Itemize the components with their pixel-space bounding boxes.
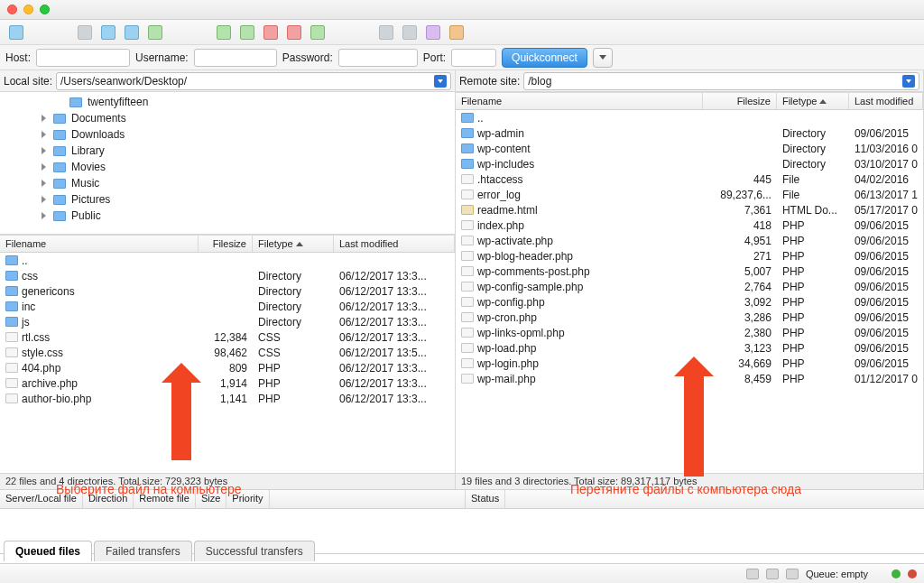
file-row[interactable]: wp-load.php3,123PHP09/06/2015 (456, 340, 923, 356)
tree-item[interactable]: Documents (0, 110, 455, 126)
search-icon[interactable] (402, 25, 417, 40)
host-input[interactable] (36, 49, 130, 67)
col-filetype[interactable]: Filetype (777, 93, 849, 109)
file-type: PHP (777, 219, 849, 232)
col-filename[interactable]: Filename (0, 236, 199, 252)
file-row[interactable]: wp-cron.php3,286PHP09/06/2015 (456, 310, 923, 325)
disclosure-triangle-icon[interactable] (42, 196, 46, 203)
file-row[interactable]: .. (0, 253, 455, 268)
binoculars-icon[interactable] (449, 25, 464, 40)
file-type: PHP (777, 250, 849, 263)
password-input[interactable] (338, 49, 418, 67)
toggle-tree-icon[interactable] (101, 25, 116, 40)
disclosure-triangle-icon[interactable] (42, 115, 46, 122)
reconnect-icon[interactable] (310, 25, 325, 40)
file-row[interactable]: jsDirectory06/12/2017 13:3... (0, 314, 455, 329)
file-modified: 06/12/2017 13:3... (334, 362, 455, 375)
file-row[interactable]: .. (456, 110, 923, 125)
file-row[interactable]: 404.php809PHP06/12/2017 13:3... (0, 360, 455, 375)
toggle-log-icon[interactable] (78, 25, 92, 40)
col-filesize[interactable]: Filesize (703, 93, 777, 109)
file-row[interactable]: wp-contentDirectory11/03/2016 0 (456, 141, 923, 156)
folder-icon (53, 162, 66, 172)
stop-icon[interactable] (263, 25, 278, 40)
file-row[interactable]: genericonsDirectory06/12/2017 13:3... (0, 283, 455, 299)
local-site-bar: Local site: /Users/seanwork/Desktop/ (0, 70, 455, 92)
tree-item[interactable]: Downloads (0, 126, 455, 143)
file-modified: 06/12/2017 13:3... (334, 331, 455, 344)
port-input[interactable] (451, 49, 496, 67)
chevron-down-icon[interactable] (902, 75, 915, 88)
col-filename[interactable]: Filename (456, 93, 703, 109)
file-row[interactable]: archive.php1,914PHP06/12/2017 13:3... (0, 375, 455, 391)
file-row[interactable]: style.css98,462CSS06/12/2017 13:5... (0, 345, 455, 360)
file-type: CSS (253, 347, 334, 359)
quickconnect-button[interactable]: Quickconnect (502, 48, 587, 68)
file-row[interactable]: rtl.css12,384CSS06/12/2017 13:3... (0, 329, 455, 345)
file-row[interactable]: .htaccess445File04/02/2016 (456, 171, 923, 187)
maximize-dot[interactable] (40, 5, 50, 14)
quickconnect-history-dropdown[interactable] (593, 48, 613, 68)
sync-browse-icon[interactable] (217, 25, 231, 40)
toggle-queue-icon[interactable] (125, 25, 139, 40)
tree-item[interactable]: Library (0, 143, 455, 159)
remote-site-label: Remote site: (459, 75, 520, 88)
disclosure-triangle-icon[interactable] (42, 212, 46, 219)
file-row[interactable]: cssDirectory06/12/2017 13:3... (0, 268, 455, 283)
disclosure-triangle-icon[interactable] (42, 180, 46, 187)
col-filesize[interactable]: Filesize (199, 236, 253, 252)
queue-col[interactable]: Status (466, 490, 505, 508)
tree-item[interactable]: twentyfifteen (0, 94, 455, 110)
local-path-combo[interactable]: /Users/seanwork/Desktop/ (56, 72, 451, 90)
col-filetype[interactable]: Filetype (253, 236, 334, 252)
tab-failed-transfers[interactable]: Failed transfers (94, 541, 192, 561)
file-row[interactable]: error_log89,237,6...File06/13/2017 1 (456, 187, 923, 202)
col-lastmod[interactable]: Last modified (849, 93, 923, 109)
file-row[interactable]: incDirectory06/12/2017 13:3... (0, 299, 455, 314)
file-row[interactable]: author-bio.php1,141PHP06/12/2017 13:3... (0, 391, 455, 406)
tree-item[interactable]: Pictures (0, 191, 455, 208)
file-row[interactable]: wp-blog-header.php271PHP09/06/2015 (456, 248, 923, 264)
local-tree[interactable]: twentyfifteenDocumentsDownloadsLibraryMo… (0, 92, 455, 235)
file-row[interactable]: readme.html7,361HTML Do...05/17/2017 0 (456, 202, 923, 217)
tree-item[interactable]: Music (0, 175, 455, 191)
file-modified: 03/10/2017 0 (849, 158, 923, 171)
file-name: .. (477, 112, 484, 125)
disclosure-triangle-icon[interactable] (42, 131, 46, 138)
file-row[interactable]: wp-activate.php4,951PHP09/06/2015 (456, 233, 923, 248)
disclosure-triangle-icon[interactable] (42, 163, 46, 171)
local-column-header[interactable]: Filename Filesize Filetype Last modified (0, 235, 455, 253)
col-lastmod[interactable]: Last modified (334, 236, 455, 252)
file-row[interactable]: index.php418PHP09/06/2015 (456, 217, 923, 233)
remote-column-header[interactable]: Filename Filesize Filetype Last modified (456, 92, 923, 110)
username-input[interactable] (194, 49, 277, 67)
tree-item[interactable]: Public (0, 208, 455, 224)
site-manager-icon[interactable] (9, 25, 23, 40)
file-row[interactable]: wp-links-opml.php2,380PHP09/06/2015 (456, 325, 923, 340)
file-row[interactable]: wp-config-sample.php2,764PHP09/06/2015 (456, 279, 923, 294)
file-name: 404.php (22, 362, 60, 375)
filter-icon[interactable] (379, 25, 393, 40)
file-row[interactable]: wp-config.php3,092PHP09/06/2015 (456, 294, 923, 310)
tab-successful-transfers[interactable]: Successful transfers (194, 541, 315, 561)
chevron-down-icon[interactable] (434, 75, 447, 88)
refresh-icon-1[interactable] (148, 25, 162, 40)
close-dot[interactable] (7, 5, 17, 14)
file-modified: 09/06/2015 (849, 250, 923, 263)
file-name: wp-config.php (477, 296, 545, 309)
file-modified: 09/06/2015 (849, 235, 923, 247)
file-row[interactable]: wp-comments-post.php5,007PHP09/06/2015 (456, 264, 923, 279)
local-file-list[interactable]: ..cssDirectory06/12/2017 13:3...generico… (0, 253, 455, 473)
remote-path-combo[interactable]: /blog (523, 72, 919, 90)
minimize-dot[interactable] (23, 5, 33, 14)
local-site-label: Local site: (4, 75, 52, 88)
tree-item[interactable]: Movies (0, 159, 455, 175)
disconnect-icon[interactable] (287, 25, 301, 40)
tab-queued-files[interactable]: Queued files (4, 541, 92, 561)
disclosure-triangle-icon[interactable] (42, 147, 46, 154)
window-titlebar (0, 0, 924, 20)
file-row[interactable]: wp-adminDirectory09/06/2015 (456, 125, 923, 141)
bookmark-icon[interactable] (426, 25, 440, 40)
file-row[interactable]: wp-includesDirectory03/10/2017 0 (456, 156, 923, 171)
compare-icon[interactable] (240, 25, 254, 40)
